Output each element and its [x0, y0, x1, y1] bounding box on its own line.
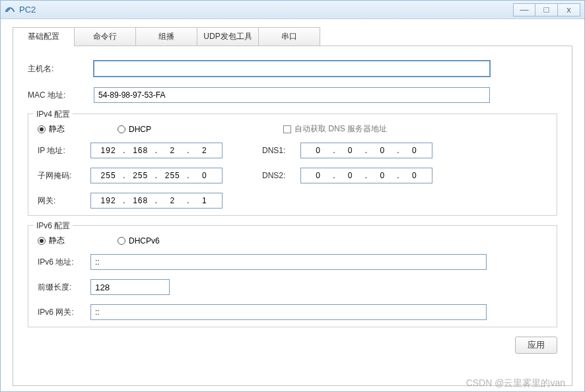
config-panel: 主机名: MAC 地址: IPv4 配置 静态 DHCP	[13, 46, 572, 386]
mac-input[interactable]	[94, 87, 490, 103]
ipv4-radio-dhcp[interactable]: DHCP	[118, 125, 151, 134]
radio-label: 静态	[49, 235, 65, 246]
window-title: PC2	[19, 5, 513, 15]
app-window: PC2 — □ x 基础配置 命令行 组播 UDP发包工具 串口 主机名: MA…	[0, 0, 585, 392]
ip-input[interactable]: 192. 168. 2. 2	[90, 143, 223, 158]
radio-icon	[38, 125, 46, 133]
radio-icon	[38, 237, 46, 245]
ipv6-legend: IPv6 配置	[34, 220, 73, 232]
mask-label: 子网掩码:	[38, 170, 90, 181]
mask-input[interactable]: 255. 255. 255. 0	[90, 168, 223, 183]
ipv4-mode-row: 静态 DHCP 自动获取 DNS 服务器地址	[38, 123, 547, 135]
tab-udp-tool[interactable]: UDP发包工具	[197, 27, 259, 46]
dns2-label: DNS2:	[262, 171, 300, 180]
minimize-button[interactable]: —	[513, 3, 535, 16]
dns2-input[interactable]: 0. 0. 0. 0	[300, 168, 432, 183]
button-row: 应用	[28, 337, 557, 354]
ipv6-prefix-input[interactable]	[90, 279, 170, 295]
radio-label: DHCPv6	[129, 236, 160, 245]
ipv4-right-col: DNS1: 0. 0. 0. 0 DNS2: 0.	[262, 143, 432, 209]
mac-label: MAC 地址:	[28, 90, 94, 101]
app-icon	[5, 5, 15, 15]
gw-label: 网关:	[38, 195, 90, 207]
tab-basic-config[interactable]: 基础配置	[13, 27, 75, 46]
mac-row: MAC 地址:	[28, 87, 557, 103]
content-area: 基础配置 命令行 组播 UDP发包工具 串口 主机名: MAC 地址: IPv4…	[1, 19, 584, 391]
ipv4-columns: IP 地址: 192. 168. 2. 2 子网掩码: 255.	[38, 143, 547, 209]
radio-label: DHCP	[129, 125, 151, 134]
dns1-label: DNS1:	[262, 146, 300, 155]
ipv6-addr-input[interactable]	[90, 254, 487, 270]
ipv6-radio-static[interactable]: 静态	[38, 235, 65, 246]
ipv4-legend: IPv4 配置	[34, 109, 73, 120]
ipv6-radio-dhcpv6[interactable]: DHCPv6	[118, 236, 160, 245]
ipv4-left-col: IP 地址: 192. 168. 2. 2 子网掩码: 255.	[38, 143, 223, 209]
radio-icon	[118, 125, 125, 133]
window-controls: — □ x	[513, 3, 580, 16]
maximize-button[interactable]: □	[535, 3, 558, 16]
ip-label: IP 地址:	[38, 145, 90, 156]
dns1-input[interactable]: 0. 0. 0. 0	[300, 143, 432, 158]
tab-serial[interactable]: 串口	[258, 27, 320, 46]
auto-dns-checkbox[interactable]: 自动获取 DNS 服务器地址	[283, 123, 387, 135]
ipv6-gw-input[interactable]	[90, 304, 487, 320]
ipv6-prefix-label: 前缀长度:	[38, 282, 90, 293]
apply-button[interactable]: 应用	[515, 337, 557, 354]
tab-bar: 基础配置 命令行 组播 UDP发包工具 串口	[13, 27, 572, 46]
checkbox-icon	[283, 125, 291, 133]
close-button[interactable]: x	[558, 3, 580, 16]
radio-icon	[118, 237, 125, 245]
checkbox-label: 自动获取 DNS 服务器地址	[294, 123, 387, 135]
hostname-label: 主机名:	[28, 63, 94, 75]
ipv6-gw-label: IPv6 网关:	[38, 307, 90, 318]
titlebar: PC2 — □ x	[1, 1, 584, 19]
tab-multicast[interactable]: 组播	[135, 27, 197, 46]
ipv6-mode-row: 静态 DHCPv6	[38, 235, 547, 246]
ipv6-fieldset: IPv6 配置 静态 DHCPv6 IPv6 地址: 前缀长	[28, 225, 557, 327]
radio-label: 静态	[49, 123, 65, 135]
hostname-row: 主机名:	[28, 61, 557, 77]
tab-cli[interactable]: 命令行	[74, 27, 136, 46]
ipv6-addr-label: IPv6 地址:	[38, 257, 90, 268]
ipv4-fieldset: IPv4 配置 静态 DHCP 自动获取 DNS 服务器地址	[28, 114, 557, 216]
hostname-input[interactable]	[94, 61, 490, 77]
gateway-input[interactable]: 192. 168. 2. 1	[90, 193, 223, 209]
ipv4-radio-static[interactable]: 静态	[38, 123, 65, 135]
